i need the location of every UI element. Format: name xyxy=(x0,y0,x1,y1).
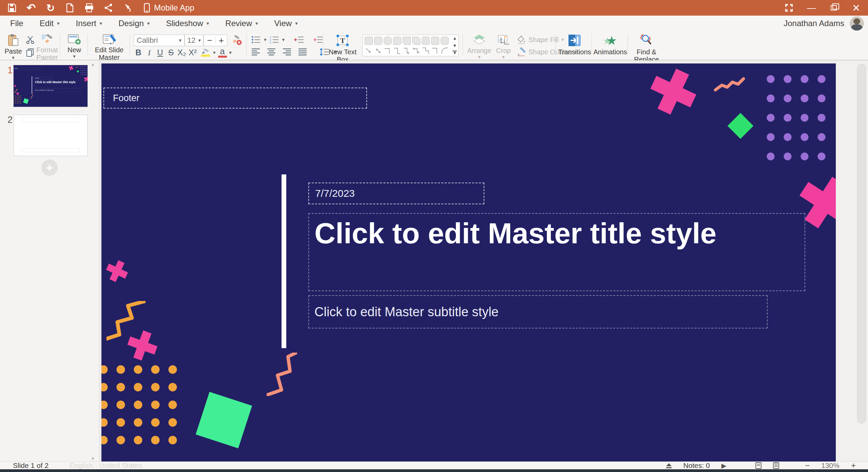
font-size-select[interactable]: 12▾ xyxy=(185,35,204,46)
shape-rounded-rectangle-icon[interactable] xyxy=(374,37,382,45)
gallery-scroll-down-icon[interactable]: ▼ xyxy=(452,43,457,48)
menu-view[interactable]: View▾ xyxy=(266,16,306,31)
play-slideshow-button[interactable]: ▶ xyxy=(721,462,727,470)
language-status[interactable]: English - United States xyxy=(49,461,142,470)
edit-slide-master-button[interactable]: Edit Slide Master xyxy=(91,34,128,61)
notes-expand-icon[interactable] xyxy=(666,463,672,468)
canvas-scrollbar-thumb[interactable] xyxy=(857,64,866,423)
share-icon[interactable] xyxy=(103,3,114,13)
font-color-button[interactable]: a xyxy=(216,47,229,58)
menu-insert[interactable]: Insert▾ xyxy=(68,16,111,31)
user-avatar[interactable] xyxy=(850,16,864,31)
date-placeholder[interactable]: 7/7/2023 xyxy=(308,183,484,204)
subtitle-placeholder[interactable]: Click to edit Master subtitle style xyxy=(34,89,80,92)
strikethrough-button[interactable]: S xyxy=(166,47,176,58)
shape-rect3-icon[interactable] xyxy=(441,37,449,45)
canvas-scrollbar-track[interactable] xyxy=(836,60,868,461)
title-placeholder[interactable]: Click to edit Master title style xyxy=(34,80,84,88)
shape-rect2-icon[interactable] xyxy=(431,37,439,45)
highlight-color-button[interactable] xyxy=(198,47,213,58)
find-replace-button[interactable]: Find & Replace xyxy=(631,34,662,63)
shape-snip-diagonal-icon[interactable] xyxy=(403,37,411,45)
chevron-down-icon[interactable]: ▾ xyxy=(213,50,216,56)
shape-snip-corner-icon[interactable] xyxy=(393,37,401,45)
align-center-button[interactable] xyxy=(266,47,277,57)
connector-arc-icon[interactable] xyxy=(441,47,449,55)
chevron-down-icon[interactable]: ▾ xyxy=(282,37,285,43)
menu-design[interactable]: Design▾ xyxy=(110,16,158,31)
format-painter-button[interactable]: Format Painter xyxy=(37,34,58,61)
panel-scroll-up-icon[interactable]: ▲ xyxy=(91,62,95,67)
connector-stair-icon[interactable] xyxy=(422,47,430,55)
date-placeholder[interactable]: 7/7/2023 xyxy=(34,77,52,79)
restore-button[interactable] xyxy=(827,2,841,14)
cut-button[interactable] xyxy=(24,35,36,45)
copy-button[interactable] xyxy=(24,48,36,58)
connector-elbow-icon[interactable] xyxy=(384,47,392,55)
add-slide-button[interactable]: + xyxy=(41,159,58,176)
connector-step-icon[interactable] xyxy=(431,47,439,55)
print-icon[interactable] xyxy=(84,3,94,13)
transitions-button[interactable]: Transitions xyxy=(560,34,590,56)
bullets-button[interactable] xyxy=(250,35,262,45)
connector-elbow-arrow-icon[interactable] xyxy=(403,47,411,55)
decrease-font-button[interactable]: − xyxy=(204,35,215,46)
shape-rectangle-icon[interactable] xyxy=(365,37,373,45)
footer-placeholder[interactable]: Footer xyxy=(103,88,367,109)
menu-review[interactable]: Review▾ xyxy=(217,16,266,31)
new-text-box-button[interactable]: T New Text Box xyxy=(326,34,359,63)
chevron-down-icon[interactable]: ▾ xyxy=(264,37,267,43)
menu-file[interactable]: File xyxy=(0,16,32,31)
increase-indent-button[interactable] xyxy=(312,35,324,45)
subscript-button[interactable]: X₂ xyxy=(176,47,187,58)
shape-rounded-icon[interactable] xyxy=(422,37,430,45)
slide-1-thumbnail[interactable]: Footer 7/7/2023 Click to edit Master tit… xyxy=(14,65,88,107)
zoom-out-button[interactable]: − xyxy=(805,461,810,470)
slide-2-thumbnail[interactable] xyxy=(14,115,88,156)
underline-button[interactable]: U xyxy=(155,47,166,58)
fullscreen-button[interactable] xyxy=(782,2,796,14)
close-button[interactable]: × xyxy=(849,2,863,14)
title-placeholder[interactable]: Click to edit Master title style xyxy=(308,213,805,291)
slide-canvas[interactable]: Footer 7/7/2023 Click to edit Master tit… xyxy=(101,63,836,461)
increase-font-button[interactable]: + xyxy=(216,35,227,46)
align-left-button[interactable] xyxy=(250,47,262,57)
decrease-indent-button[interactable] xyxy=(293,35,305,45)
new-document-icon[interactable] xyxy=(65,3,75,13)
undo-icon[interactable]: ↶ xyxy=(26,3,36,13)
arrange-button[interactable]: Arrange ▾ xyxy=(467,34,491,60)
chevron-down-icon[interactable]: ▾ xyxy=(229,50,232,56)
connector-elbow-step-icon[interactable] xyxy=(393,47,401,55)
menu-edit[interactable]: Edit▾ xyxy=(32,16,68,31)
subtitle-placeholder[interactable]: Click to edit Master subtitle style xyxy=(308,295,768,328)
redo-icon[interactable]: ↻ xyxy=(45,3,56,13)
numbering-button[interactable]: 123 xyxy=(269,35,280,45)
footer-placeholder[interactable]: Footer xyxy=(14,68,40,70)
menu-slideshow[interactable]: Slideshow▾ xyxy=(158,16,217,31)
crop-button[interactable]: Crop ▾ xyxy=(494,34,513,60)
gallery-more-icon[interactable]: ▼ xyxy=(452,51,457,55)
animations-button[interactable]: ★ ★ Animations xyxy=(595,34,625,56)
justify-button[interactable] xyxy=(297,47,309,57)
gallery-scroll-up-icon[interactable]: ▲ xyxy=(452,36,457,41)
font-name-select[interactable]: Calibri▾ xyxy=(134,35,185,46)
notes-count[interactable]: Notes: 0 xyxy=(683,461,710,470)
minimize-button[interactable]: — xyxy=(804,2,818,14)
ink-pen-icon[interactable] xyxy=(123,3,133,13)
save-icon[interactable] xyxy=(7,3,17,13)
paste-button[interactable]: Paste ▾ xyxy=(3,34,23,61)
shape-round-rectangle-icon[interactable] xyxy=(384,37,392,45)
connector-arrow-icon[interactable] xyxy=(365,47,373,55)
bold-button[interactable]: B xyxy=(133,47,144,58)
panel-scroll-down-icon[interactable]: ▼ xyxy=(91,456,95,461)
new-slide-button[interactable]: New ▾ xyxy=(63,34,85,59)
superscript-button[interactable]: X² xyxy=(187,47,198,58)
connector-double-arrow-icon[interactable] xyxy=(374,47,382,55)
shape-snip-opposite-icon[interactable] xyxy=(412,37,420,45)
clear-formatting-button[interactable] xyxy=(231,35,242,45)
connector-double-elbow-arrow-icon[interactable] xyxy=(412,47,420,55)
normal-view-icon[interactable] xyxy=(755,462,761,469)
align-right-button[interactable] xyxy=(282,47,293,57)
outline-view-icon[interactable] xyxy=(773,462,779,469)
zoom-in-button[interactable]: + xyxy=(851,461,856,470)
